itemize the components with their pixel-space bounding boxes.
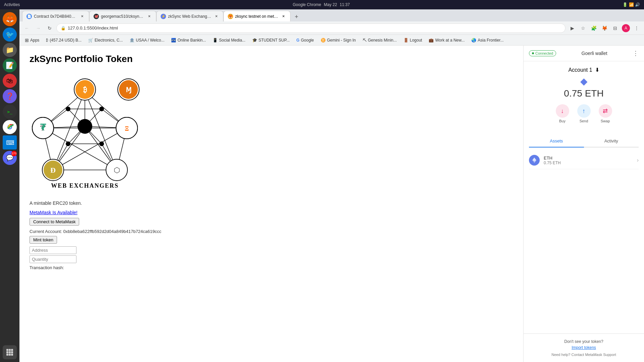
sidebar-icon-store[interactable]: 🛍 [3,74,17,88]
sidebar-icon-terminal[interactable]: >_ [3,105,17,119]
svg-rect-10 [9,354,11,356]
mm-connected-dot [532,52,534,54]
sidebar-icon-vscode[interactable]: ⌨ [3,135,17,149]
sidebar-icon-files[interactable]: 📁 [3,43,17,57]
svg-text:WEB EXCHANGERS: WEB EXCHANGERS [51,182,119,189]
sidebar-icon-help[interactable]: ❓ [3,89,17,103]
bookmark-student-label: STUDENT SUP... [259,38,290,43]
tab-close-metamask[interactable]: ✕ [281,14,286,19]
lock-icon: 🔒 [61,26,66,31]
bookmark-genesis[interactable]: ⛏ Genesis Minin... [360,37,399,44]
svg-rect-11 [11,354,13,356]
os-topbar-center: Google Chrome May 22 11:37 [293,2,350,7]
mm-tab-activity[interactable]: Activity [584,135,639,147]
profile-button[interactable]: A [621,23,631,33]
sidebar-icon-thunderbird[interactable]: 🐦 [3,27,17,42]
mm-account-area: Account 1 ⬇ ◆ 0.75 ETH ↓ Buy ↑ [524,61,644,135]
mm-swap-button[interactable]: ⇄ Swap [599,104,612,123]
sidebar-icon-chrome[interactable] [3,120,17,134]
mm-eth-asset-icon [529,155,540,166]
bookmark-google[interactable]: G Google [294,37,317,44]
bookmark-gemini[interactable]: ♊ Gemini - Sign In [318,37,359,44]
webpage: zkSync Portfolio Token [19,46,523,362]
forward-button[interactable]: → [34,23,43,33]
mm-wallet-name: Goerli wallet [582,51,607,56]
connect-metamask-button[interactable]: Connect to MetaMask [30,218,79,226]
svg-point-39 [66,141,70,146]
metamask-available-label: MetaMask Is Available! [30,210,513,215]
bookmark-asia[interactable]: 🌏 Asia Frontier... [469,37,506,44]
bookmark-work-label: Work at a New... [435,38,465,43]
bookmark-button[interactable]: ☆ [578,23,588,33]
mm-import-link[interactable]: Import tokens [529,345,639,350]
bookmark-work[interactable]: 💼 Work at a New... [426,37,467,44]
bookmark-logout[interactable]: 🚪 Logout [401,37,425,44]
extensions-button[interactable]: 🧩 [589,23,598,33]
cast-button[interactable]: ▶ [568,23,577,33]
logout-icon: 🚪 [404,38,409,43]
bookmark-student[interactable]: 🎓 STUDENT SUP... [250,37,292,44]
mm-balance: 0.75 ETH [564,88,603,99]
student-icon: 🎓 [252,38,257,43]
tab-title-metamask: zksync testnet on metam... [235,14,279,19]
mm-tab-assets[interactable]: Assets [529,135,584,147]
address-bar[interactable]: 🔒 127.0.0.1:5500/index.html [56,23,566,33]
mm-asset-eth[interactable]: ETH 0.75 ETH › [529,152,639,169]
current-account-text: Current Account: 0xbb8eba622ffb592d2d04a… [30,229,513,234]
tab-bar: 📄 Contract 0x7D4B840F0B... ✕ 🐙 georgemac… [19,9,644,21]
current-account-value: 0xbb8eba622ffb592d2d04a849b417b724ca619c… [63,229,161,234]
sidebar-icon-libreoffice-writer[interactable]: 📝 [3,58,17,72]
back-button[interactable]: ← [22,23,32,33]
social-icon: 📱 [213,38,218,43]
apps-grid-icon: ⊞ [25,38,29,43]
mm-send-button[interactable]: ↑ Send [577,104,591,123]
tab-github[interactable]: 🐙 georgemac510/zksync-pc... ✕ [89,11,156,21]
mm-send-icon: ↑ [582,108,585,115]
sidebar-icon-discord[interactable]: 💬 375 [3,151,17,165]
tab-close-github[interactable]: ✕ [147,14,152,19]
bookmark-gemini-label: Gemini - Sign In [327,38,356,43]
menu-button[interactable]: ⋮ [632,23,641,33]
quantity-input[interactable] [30,255,76,263]
linux-sidebar: 🦊 🐦 📁 📝 🛍 ❓ >_ ⌨ 💬 375 [0,9,19,362]
mm-account-name: Account 1 [568,67,592,73]
mm-send-label: Send [580,119,588,123]
svg-rect-8 [11,351,13,353]
metamask-ext-button[interactable]: 🦊 [600,23,609,33]
mm-buy-button[interactable]: ↓ Buy [556,104,569,123]
bookmark-genesis-label: Genesis Minin... [368,38,397,43]
tab-zksync[interactable]: ⚡ zkSync Web Exchangers ✕ [156,11,223,21]
activities-label[interactable]: Activities [4,2,20,7]
bookmark-usaa[interactable]: 🏦 USAA / Welco... [127,37,167,44]
address-input[interactable] [30,246,76,254]
mm-account-header[interactable]: Account 1 ⬇ [568,67,599,73]
apps-grid-button[interactable] [3,345,17,359]
tab-metamask[interactable]: 🦊 zksync testnet on metam... ✕ [223,11,290,21]
mint-token-button[interactable]: Mint token [30,236,57,244]
svg-rect-5 [11,349,13,351]
tab-contract[interactable]: 📄 Contract 0x7D4B840F0B... ✕ [22,11,89,21]
main-content: zkSync Portfolio Token [19,46,644,362]
tab-close-contract[interactable]: ✕ [79,14,85,19]
mm-header: Connected Goerli wallet ⋮ [524,46,644,61]
bookmark-banking[interactable]: 🏧 Online Bankin... [168,37,209,44]
tab-close-zksync[interactable]: ✕ [214,14,219,19]
new-tab-button[interactable]: + [292,12,301,21]
page-title: zkSync Portfolio Token [30,54,513,64]
mm-swap-label: Swap [601,119,610,123]
svg-rect-9 [6,354,8,356]
mm-action-buttons: ↓ Buy ↑ Send ⇄ Swap [556,104,612,123]
tab-favicon-zksync: ⚡ [161,14,166,19]
svg-text:⌨: ⌨ [6,139,14,146]
reload-button[interactable]: ↻ [45,23,54,33]
bookmark-electronics[interactable]: 🛒 Electronics, C... [86,37,125,44]
bookmark-apps[interactable]: ⊞ Apps [22,37,42,44]
mm-buy-circle: ↓ [556,104,569,118]
mm-more-button[interactable]: ⋮ [633,50,639,57]
os-topbar-right: 🔋 📶 🔊 [623,2,640,7]
bookmark-btc[interactable]: ₿ (457.24 USD) B... [43,37,84,44]
sidebar-toggle[interactable]: ⊟ [610,23,620,33]
bookmark-social[interactable]: 📱 Social Media... [210,37,248,44]
bookmark-asia-label: Asia Frontier... [478,38,503,43]
sidebar-icon-firefox[interactable]: 🦊 [3,12,17,26]
